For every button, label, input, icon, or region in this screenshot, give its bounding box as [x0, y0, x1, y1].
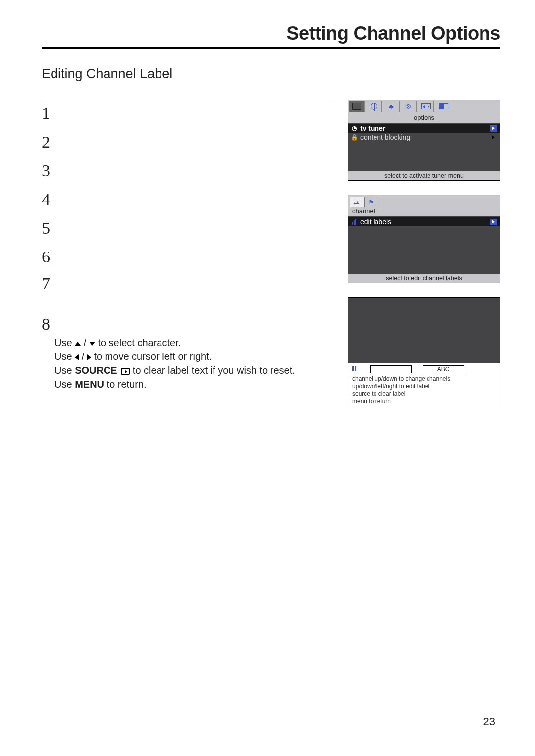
text: / [82, 351, 87, 362]
menu-item-edit-labels: edit labels [348, 217, 500, 226]
menu-label: MENU [75, 379, 104, 390]
osd-caption: options [348, 113, 500, 123]
help-line: menu to return [352, 398, 496, 405]
channel-number-box [370, 365, 412, 373]
osd-menu-list: ◔ tv tuner 🔒 content blocking [348, 123, 500, 171]
up-arrow-icon [75, 342, 81, 346]
lock-icon: 🔒 [350, 134, 358, 141]
osd-channel-screenshot: ⇄ ⚑ channel edit labels select to edit c… [348, 195, 500, 283]
step-3: 3 [42, 162, 335, 179]
menu-item-label: edit labels [360, 218, 391, 226]
text: to select character. [98, 337, 181, 348]
channel-edit-row: ABC [352, 365, 496, 373]
text: to move cursor left or right. [94, 351, 212, 362]
text: to return. [104, 379, 147, 390]
text: to clear label text if you wish to reset… [133, 365, 295, 376]
menu-item-label: tv tuner [360, 124, 385, 132]
osd-channel-tab-bar: ⇄ ⚑ [348, 195, 500, 207]
page-title: Setting Channel Options [286, 23, 500, 44]
submenu-arrow-icon [490, 125, 497, 132]
bars-icon [350, 219, 358, 225]
menu-item-content-blocking: 🔒 content blocking [348, 133, 500, 142]
tab-icon-clover: ♣ [384, 101, 400, 112]
step-5: 5 [42, 220, 335, 237]
tab-icon-cc [436, 101, 452, 112]
text: / [84, 337, 89, 348]
submenu-arrow-icon [490, 219, 497, 225]
step-number: 1 [42, 105, 54, 122]
osd-top-tab-bar: ♣ ⚙ [348, 100, 500, 113]
help-line: channel up/down to change channels [352, 375, 496, 383]
channel-label-box: ABC [423, 365, 464, 373]
step-number: 8 [42, 316, 54, 333]
text: Use [54, 379, 75, 390]
right-arrow-icon [87, 354, 91, 360]
osd-hint: select to edit channel labels [348, 274, 500, 283]
step-number: 6 [42, 249, 54, 265]
step-1: 1 [42, 105, 335, 122]
source-label: SOURCE [75, 365, 117, 376]
pause-icon [352, 366, 359, 373]
text: Use [54, 351, 75, 362]
osd-caption: channel [348, 207, 500, 216]
step-number: 2 [42, 134, 54, 151]
step-number: 3 [42, 162, 54, 179]
tab-icon-globe [367, 101, 382, 112]
osd-help-text: channel up/down to change channels up/do… [352, 375, 496, 405]
step-6: 6 [42, 249, 335, 265]
section-subtitle: Editing Channel Label [42, 66, 500, 82]
tab-icon-display [349, 101, 365, 112]
help-line: up/down/left/right to edit label [352, 383, 496, 390]
osd-menu-list: edit labels [348, 216, 500, 274]
step-number: 5 [42, 220, 54, 237]
step-7: 7 [42, 275, 335, 292]
step-8-body: Use / to select character. Use / to move… [54, 335, 335, 391]
tab-tune: ⇄ [350, 197, 365, 207]
clock-icon: ◔ [350, 125, 358, 132]
osd-hint: select to activate tuner menu [348, 171, 500, 180]
title-row: Setting Channel Options [42, 23, 500, 49]
step-number: 4 [42, 191, 54, 208]
step-2: 2 [42, 134, 335, 151]
step-4: 4 [42, 191, 335, 208]
tab-icon-gear: ⚙ [401, 101, 417, 112]
osd-edit-label-screenshot: ABC channel up/down to change channels u… [348, 297, 500, 407]
steps-divider [42, 100, 335, 100]
step-8: 8 [42, 316, 335, 333]
left-arrow-icon [75, 354, 79, 360]
tab-icon-aspect [419, 101, 434, 112]
menu-item-label: content blocking [360, 133, 410, 141]
source-icon [121, 368, 130, 375]
text: Use [54, 337, 75, 348]
submenu-arrow-icon [490, 134, 497, 141]
down-arrow-icon [89, 342, 95, 346]
help-line: source to clear label [352, 390, 496, 398]
step-number: 7 [42, 275, 54, 292]
tab-flag: ⚑ [365, 197, 379, 207]
text: Use [54, 365, 75, 376]
menu-item-tv-tuner: ◔ tv tuner [348, 124, 500, 133]
osd-options-screenshot: ♣ ⚙ options ◔ tv tuner 🔒 content blockin… [348, 100, 500, 181]
osd-body [348, 298, 500, 363]
page-number: 23 [483, 715, 495, 728]
